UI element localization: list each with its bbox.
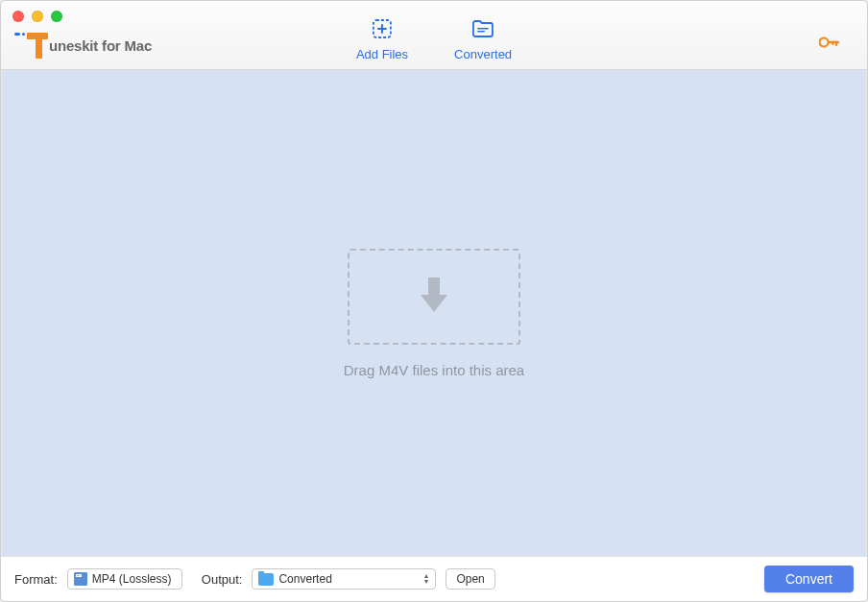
drop-hint: Drag M4V files into this area [344, 362, 524, 378]
svg-rect-3 [36, 33, 42, 59]
output-select[interactable]: Converted ▲ ▼ [252, 568, 436, 590]
mp4-format-icon: MP4 [74, 572, 87, 586]
format-select[interactable]: MP4 MP4 (Lossless) [67, 568, 182, 590]
svg-rect-8 [477, 31, 485, 33]
bottom-bar: Format: MP4 MP4 (Lossless) Output: Conve… [1, 556, 867, 601]
toolbar: Add Files Converted [356, 18, 512, 61]
format-value: MP4 (Lossless) [92, 572, 172, 586]
close-window-button[interactable] [12, 11, 24, 22]
app-window: uneskit for Mac Add Files [0, 0, 868, 602]
logo-icon [14, 30, 49, 60]
download-arrow-icon [415, 274, 453, 320]
svg-text:MP4: MP4 [76, 574, 81, 576]
app-logo: uneskit for Mac [14, 30, 152, 60]
svg-rect-1 [22, 33, 25, 36]
register-key-button[interactable] [819, 36, 840, 53]
app-name: uneskit for Mac [49, 37, 152, 54]
svg-point-9 [820, 38, 829, 47]
convert-button[interactable]: Convert [764, 566, 854, 592]
add-files-button[interactable]: Add Files [356, 18, 408, 61]
output-value: Converted [278, 572, 331, 586]
svg-rect-7 [477, 28, 489, 30]
convert-label: Convert [785, 571, 832, 587]
svg-rect-11 [835, 41, 837, 46]
folder-icon [258, 573, 274, 586]
open-label: Open [456, 572, 484, 586]
svg-rect-12 [832, 41, 834, 45]
titlebar: uneskit for Mac Add Files [1, 1, 867, 70]
converted-button[interactable]: Converted [454, 18, 512, 61]
minimize-window-button[interactable] [32, 11, 43, 22]
drop-area[interactable]: Drag M4V files into this area [1, 70, 867, 556]
dropdown-arrows-icon: ▲ ▼ [423, 573, 430, 585]
add-files-icon [372, 18, 393, 43]
converted-label: Converted [454, 47, 512, 61]
format-label: Format: [14, 572, 58, 587]
open-button[interactable]: Open [446, 568, 494, 590]
add-files-label: Add Files [356, 47, 408, 61]
drop-box [348, 249, 520, 345]
svg-rect-0 [14, 33, 20, 36]
maximize-window-button[interactable] [51, 11, 62, 22]
output-label: Output: [202, 572, 243, 587]
folder-icon [471, 18, 494, 43]
window-controls [12, 11, 62, 22]
